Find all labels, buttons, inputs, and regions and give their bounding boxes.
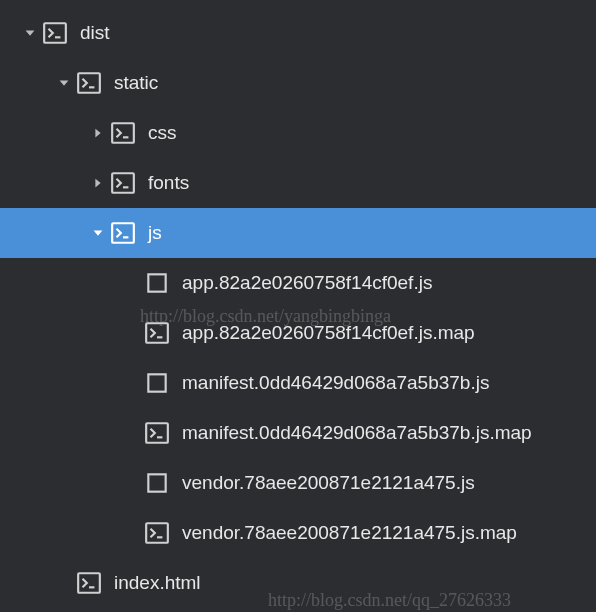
terminal-icon — [144, 520, 170, 546]
tree-item-label: app.82a2e0260758f14cf0ef.js.map — [182, 322, 475, 344]
tree-item-label: manifest.0dd46429d068a7a5b37b.js — [182, 372, 489, 394]
tree-row[interactable]: app.82a2e0260758f14cf0ef.js.map — [0, 308, 596, 358]
chevron-down-icon[interactable] — [18, 26, 42, 40]
chevron-down-icon[interactable] — [52, 76, 76, 90]
terminal-icon — [76, 70, 102, 96]
tree-row[interactable]: manifest.0dd46429d068a7a5b37b.js — [0, 358, 596, 408]
svg-rect-8 — [146, 423, 168, 443]
tree-row[interactable]: dist — [0, 8, 596, 58]
terminal-icon — [110, 120, 136, 146]
terminal-icon — [144, 320, 170, 346]
chevron-right-icon[interactable] — [86, 126, 110, 140]
terminal-icon — [76, 570, 102, 596]
tree-row[interactable]: manifest.0dd46429d068a7a5b37b.js.map — [0, 408, 596, 458]
tree-row[interactable]: css — [0, 108, 596, 158]
svg-rect-5 — [148, 274, 165, 291]
tree-item-label: manifest.0dd46429d068a7a5b37b.js.map — [182, 422, 532, 444]
file-icon — [144, 470, 170, 496]
tree-row[interactable]: fonts — [0, 158, 596, 208]
tree-row[interactable]: static — [0, 58, 596, 108]
tree-row[interactable]: js — [0, 208, 596, 258]
file-icon — [144, 370, 170, 396]
tree-item-label: static — [114, 72, 158, 94]
svg-rect-6 — [146, 323, 168, 343]
tree-item-label: vendor.78aee200871e2121a475.js.map — [182, 522, 517, 544]
chevron-down-icon[interactable] — [86, 226, 110, 240]
svg-rect-9 — [148, 474, 165, 491]
tree-row[interactable]: index.html — [0, 558, 596, 608]
svg-rect-4 — [112, 223, 134, 243]
tree-row[interactable]: vendor.78aee200871e2121a475.js.map — [0, 508, 596, 558]
svg-rect-10 — [146, 523, 168, 543]
tree-row[interactable]: vendor.78aee200871e2121a475.js — [0, 458, 596, 508]
tree-item-label: js — [148, 222, 162, 244]
chevron-right-icon[interactable] — [86, 176, 110, 190]
tree-item-label: index.html — [114, 572, 201, 594]
svg-rect-2 — [112, 123, 134, 143]
tree-row[interactable]: app.82a2e0260758f14cf0ef.js — [0, 258, 596, 308]
svg-rect-7 — [148, 374, 165, 391]
tree-item-label: css — [148, 122, 177, 144]
svg-rect-3 — [112, 173, 134, 193]
terminal-icon — [42, 20, 68, 46]
tree-item-label: vendor.78aee200871e2121a475.js — [182, 472, 475, 494]
file-icon — [144, 270, 170, 296]
file-tree: diststaticcssfontsjsapp.82a2e0260758f14c… — [0, 0, 596, 608]
tree-item-label: app.82a2e0260758f14cf0ef.js — [182, 272, 432, 294]
tree-item-label: fonts — [148, 172, 189, 194]
terminal-icon — [110, 220, 136, 246]
terminal-icon — [144, 420, 170, 446]
svg-rect-0 — [44, 23, 66, 43]
terminal-icon — [110, 170, 136, 196]
tree-item-label: dist — [80, 22, 110, 44]
svg-rect-1 — [78, 73, 100, 93]
svg-rect-11 — [78, 573, 100, 593]
